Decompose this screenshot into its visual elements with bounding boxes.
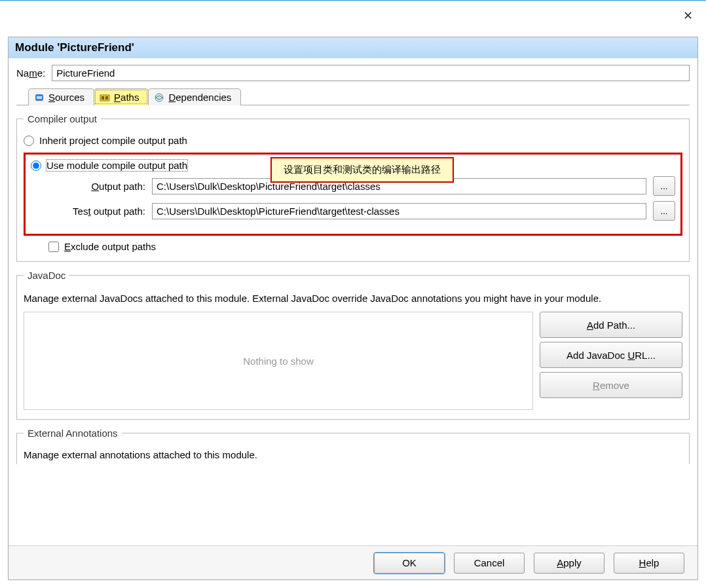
tab-paths[interactable]: Paths (94, 88, 149, 105)
test-output-path-input[interactable] (152, 203, 646, 219)
remove-button: Remove (540, 372, 682, 398)
exclude-row: Exclude output paths (48, 241, 682, 252)
add-path-button[interactable]: Add Path... (540, 312, 682, 338)
javadoc-empty-text: Nothing to show (243, 356, 314, 367)
exclude-checkbox[interactable] (48, 242, 59, 252)
tabs: Sources Paths Dependencies (16, 88, 690, 105)
external-annotations-desc: Manage external annotations attached to … (24, 449, 682, 460)
tab-sources[interactable]: Sources (28, 88, 94, 105)
dialog-button-bar: OK Cancel Apply Help (9, 545, 697, 579)
test-output-path-row: Test output path: ... (31, 201, 675, 221)
output-path-label: Output path: (31, 181, 145, 192)
dialog-title: Module 'PictureFriend' (9, 37, 697, 58)
test-output-path-browse[interactable]: ... (653, 201, 675, 221)
sources-icon (34, 92, 45, 103)
compiler-output-group: Compiler output Inherit project compile … (16, 113, 690, 262)
close-icon[interactable]: ✕ (683, 9, 693, 23)
name-row: Name: (16, 65, 690, 81)
name-label-ul: m (29, 67, 37, 79)
tab-dependencies[interactable]: Dependencies (148, 88, 241, 105)
help-button[interactable]: Help (614, 553, 684, 574)
name-label: Name: (16, 67, 45, 79)
inherit-label: Inherit project compile output path (39, 135, 187, 146)
apply-button[interactable]: Apply (534, 553, 604, 574)
name-label-prefix: Na (16, 67, 29, 79)
external-annotations-group: External Annotations Manage external ann… (16, 428, 690, 464)
annotation-callout: 设置项目类和测试类的编译输出路径 (270, 157, 454, 183)
inherit-radio[interactable] (24, 136, 34, 146)
output-path-browse[interactable]: ... (653, 176, 675, 196)
svg-rect-1 (37, 96, 42, 99)
svg-point-5 (155, 94, 163, 101)
svg-rect-4 (105, 96, 108, 100)
tab-dependencies-label: Dependencies (168, 92, 231, 103)
javadoc-body: Nothing to show Add Path... Add JavaDoc … (24, 312, 682, 410)
dependencies-icon (154, 92, 164, 103)
use-module-radio[interactable] (31, 160, 41, 171)
javadoc-legend: JavaDoc (24, 270, 69, 281)
javadoc-buttons: Add Path... Add JavaDoc URL... Remove (540, 312, 682, 410)
ok-button[interactable]: OK (374, 553, 445, 574)
svg-rect-3 (102, 96, 104, 100)
javadoc-group: JavaDoc Manage external JavaDocs attache… (16, 270, 690, 420)
add-javadoc-url-button[interactable]: Add JavaDoc URL... (540, 342, 682, 368)
module-name-input[interactable] (52, 65, 690, 81)
compiler-output-legend: Compiler output (24, 113, 101, 124)
exclude-label: Exclude output paths (64, 241, 156, 252)
dialog-content: Name: Sources Paths Depend (9, 58, 697, 548)
javadoc-desc: Manage external JavaDocs attached to thi… (24, 291, 682, 305)
use-module-label: Use module compile output path (46, 160, 187, 171)
test-output-path-label: Test output path: (31, 206, 145, 217)
module-dialog: Module 'PictureFriend' Name: Sources Pat… (8, 37, 698, 580)
cancel-button[interactable]: Cancel (454, 553, 525, 574)
name-label-suffix: e: (37, 67, 46, 79)
javadoc-list[interactable]: Nothing to show (24, 312, 533, 410)
external-annotations-legend: External Annotations (24, 428, 122, 439)
inherit-radio-row: Inherit project compile output path (24, 135, 682, 146)
tab-paths-label: Paths (114, 92, 139, 103)
paths-icon (100, 92, 110, 103)
tab-sources-label: Sources (48, 92, 84, 103)
